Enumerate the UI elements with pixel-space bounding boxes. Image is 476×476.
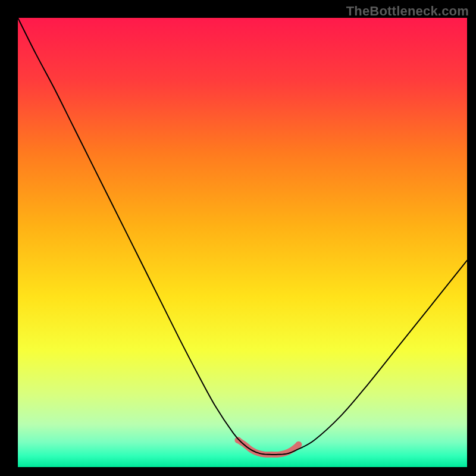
series-optimal-range-thick-endpoint — [295, 441, 302, 448]
watermark-text: TheBottleneck.com — [346, 4, 469, 19]
bottleneck-chart — [0, 0, 476, 476]
chart-svg — [0, 0, 476, 476]
chart-background-gradient — [18, 18, 467, 467]
series-optimal-range-thick-endpoint — [234, 437, 241, 443]
